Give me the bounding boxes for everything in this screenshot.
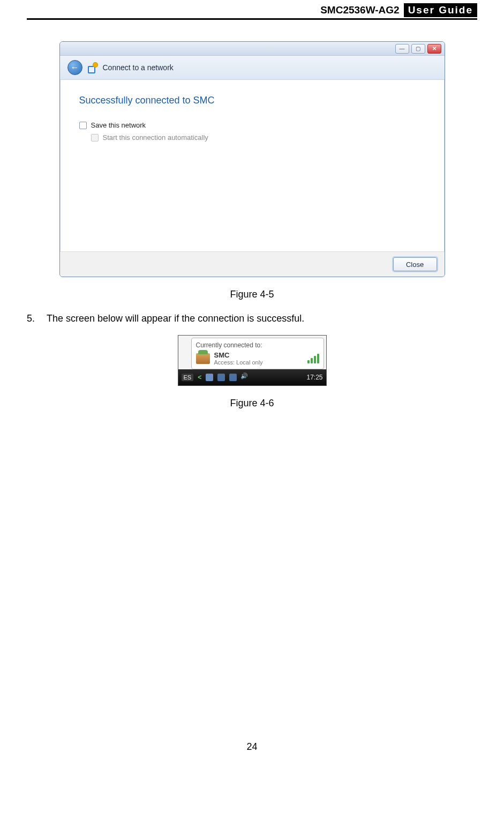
minimize-button[interactable]: —: [395, 44, 409, 54]
save-network-label: Save this network: [91, 121, 146, 129]
header-model: SMC2536W-AG2: [320, 4, 399, 16]
tooltip-header: Currently connected to:: [196, 341, 319, 349]
page-number: 24: [27, 741, 477, 753]
dialog-header: ← Connect to a network: [60, 56, 445, 80]
taskbar-figure: Currently connected to: SMC Access: Loca…: [178, 335, 327, 386]
dialog-title: Connect to a network: [103, 63, 174, 72]
signal-strength-icon: [307, 354, 319, 363]
auto-connect-checkbox: [91, 134, 99, 142]
taskbar: ES < 17:25: [178, 369, 326, 385]
network-profile-icon: [196, 353, 210, 364]
page-header: SMC2536W-AG2 User Guide: [27, 0, 477, 20]
save-network-checkbox[interactable]: [79, 122, 87, 129]
figure-4-6-caption: Figure 4-6: [27, 398, 477, 409]
window-titlebar: — ▢ ✕: [60, 42, 445, 56]
tray-security-icon[interactable]: [206, 374, 213, 381]
tray-network-icon[interactable]: [217, 374, 225, 381]
dialog-footer: Close: [60, 251, 445, 277]
arrow-left-icon: ←: [71, 63, 79, 72]
tray-volume-icon[interactable]: [241, 374, 249, 381]
tray-expand-icon[interactable]: <: [198, 374, 201, 381]
language-indicator[interactable]: ES: [182, 374, 194, 381]
network-icon: [88, 63, 97, 72]
taskbar-clock[interactable]: 17:25: [306, 374, 322, 381]
step-text: The screen below will appear if the conn…: [47, 313, 304, 324]
network-tooltip: Currently connected to: SMC Access: Loca…: [191, 338, 324, 369]
step-5: 5. The screen below will appear if the c…: [27, 313, 477, 324]
figure-4-5-caption: Figure 4-5: [27, 289, 477, 300]
maximize-button[interactable]: ▢: [411, 44, 425, 54]
step-number: 5.: [27, 313, 35, 324]
back-button[interactable]: ←: [67, 60, 82, 75]
tray-adapter-icon[interactable]: [229, 374, 237, 381]
network-access: Access: Local only: [214, 359, 263, 366]
header-guide-label: User Guide: [404, 3, 477, 17]
close-button[interactable]: Close: [393, 257, 437, 271]
success-message: Successfully connected to SMC: [79, 95, 425, 106]
dialog-body: Successfully connected to SMC Save this …: [60, 80, 445, 251]
auto-connect-row: Start this connection automatically: [91, 133, 425, 142]
save-network-row: Save this network: [79, 121, 425, 129]
close-window-button[interactable]: ✕: [427, 44, 441, 54]
network-name: SMC: [214, 351, 263, 359]
close-button-label: Close: [406, 261, 424, 269]
auto-connect-label: Start this connection automatically: [103, 133, 208, 142]
connect-dialog: — ▢ ✕ ← Connect to a network Successfull…: [59, 41, 445, 277]
